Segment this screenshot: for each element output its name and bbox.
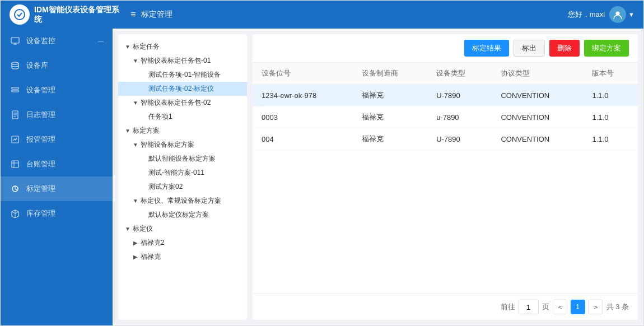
sidebar-label-calibration-management: 标定管理 (26, 184, 104, 194)
sidebar-item-device-library[interactable]: 设备库 (1, 53, 113, 78)
tree-node-t15[interactable]: ▶ 福禄克2 (118, 236, 247, 250)
dropdown-arrow[interactable]: ▼ (628, 11, 634, 18)
tree-node-t9[interactable]: ▶ 默认智能设备标定方案 (118, 152, 247, 166)
svg-point-3 (12, 62, 18, 64)
tree-toggle-t8[interactable]: ▼ (132, 141, 139, 149)
btn-delete[interactable]: 删除 (549, 40, 580, 57)
sidebar-label-device-management: 设备管理 (26, 85, 104, 95)
sidebar-label-inventory-management: 库存管理 (26, 208, 104, 218)
data-table: 设备位号 设备制造商 设备类型 协议类型 版本号 1234-ewr-ok-978… (253, 63, 638, 150)
tree-toggle-t7[interactable]: ▼ (124, 127, 132, 135)
tree-node-t8[interactable]: ▼ 智能设备标定方案 (118, 138, 247, 152)
prev-page-button[interactable]: ＜ (553, 300, 567, 314)
header-title: 标定管理 (141, 10, 172, 20)
table-row[interactable]: 1234-ewr-ok-978 福禄克 U-7890 CONVENTION 1.… (253, 85, 638, 106)
tree-node-t4[interactable]: ▶ 测试任务项-02-标定仪 (118, 82, 247, 96)
next-page-button[interactable]: ＞ (589, 300, 603, 314)
logo-area: IDM智能仪表设备管理系统 (10, 4, 122, 25)
btn-export[interactable]: 标出 (514, 40, 545, 57)
inventory-icon (10, 208, 21, 219)
tree-node-t1[interactable]: ▼ 标定任务 (118, 40, 247, 54)
sidebar-item-table-management[interactable]: 台账管理 (1, 152, 113, 176)
btn-scheme[interactable]: 绑定方案 (584, 40, 629, 57)
tree-node-t16[interactable]: ▶ 福禄克 (118, 250, 247, 264)
sidebar-item-report-management[interactable]: 报管管理 (1, 127, 113, 152)
cell-version: 1.1.0 (583, 85, 638, 106)
pagination: 前往 页 ＜ 1 ＞ 共 3 条 (253, 294, 638, 320)
table-container: 设备位号 设备制造商 设备类型 协议类型 版本号 1234-ewr-ok-978… (253, 63, 638, 294)
tree-toggle-t14[interactable]: ▼ (124, 225, 132, 233)
sidebar-item-device-management[interactable]: 设备管理 (1, 78, 113, 103)
tree-label-t1: 标定任务 (133, 42, 241, 52)
cell-manufacturer: 福禄克 (353, 128, 427, 150)
sidebar-item-device-monitor[interactable]: 设备监控 — (1, 29, 113, 53)
btn-result[interactable]: 标定结果 (464, 40, 509, 57)
sidebar-item-calibration-management[interactable]: 标定管理 (1, 176, 113, 201)
tree-label-t9: 默认智能设备标定方案 (148, 154, 241, 164)
tree-node-t2[interactable]: ▼ 智能仪表标定任务包-01 (118, 54, 247, 68)
tree-toggle-t5[interactable]: ▼ (132, 99, 139, 107)
col-header-manufacturer: 设备制造商 (353, 63, 427, 85)
tree-node-t7[interactable]: ▼ 标定方案 (118, 124, 247, 138)
cell-protocol: CONVENTION (492, 128, 583, 150)
tree-toggle-t1[interactable]: ▼ (124, 43, 132, 51)
tree-label-t2: 智能仪表标定任务包-01 (141, 56, 241, 66)
cell-type: u-7890 (427, 106, 492, 128)
tree-node-t10[interactable]: ▶ 测试-智能方案-011 (118, 166, 247, 180)
tree-node-t6[interactable]: ▶ 任务项1 (118, 110, 247, 124)
app-container: IDM智能仪表设备管理系统 ≡ 标定管理 您好，maxl ▼ (0, 0, 644, 326)
tree-toggle-t15[interactable]: ▶ (132, 239, 139, 247)
cell-tag: 1234-ewr-ok-978 (253, 85, 353, 106)
cell-manufacturer: 福禄克 (353, 85, 427, 106)
logo-text: IDM智能仪表设备管理系统 (34, 5, 122, 24)
pagination-total: 共 3 条 (606, 302, 629, 312)
page-input[interactable] (519, 300, 539, 314)
menu-icon[interactable]: ≡ (130, 10, 136, 20)
tree-node-t14[interactable]: ▼ 标定仪 (118, 222, 247, 236)
top-header: IDM智能仪表设备管理系统 ≡ 标定管理 您好，maxl ▼ (1, 1, 643, 29)
tree-toggle-t16[interactable]: ▶ (132, 253, 139, 261)
sidebar-arrow-device-monitor: — (98, 38, 104, 44)
tree-node-t3[interactable]: ▶ 测试任务项-01-智能设备 (118, 68, 247, 82)
tree-label-t12: 标定仪、常规设备标定方案 (141, 196, 241, 206)
database-icon (10, 60, 21, 71)
tree-label-t15: 福禄克2 (141, 238, 241, 248)
col-header-type: 设备类型 (427, 63, 492, 85)
page-1-button[interactable]: 1 (571, 300, 585, 314)
tree-label-t4: 测试任务项-02-标定仪 (148, 84, 241, 94)
tree-label-t16: 福禄克 (141, 252, 241, 262)
monitor-icon (10, 35, 21, 46)
cell-manufacturer: 福禄克 (353, 106, 427, 128)
sidebar-label-table-management: 台账管理 (26, 159, 104, 169)
calibration-icon (10, 183, 21, 194)
cell-version: 1.1.0 (583, 128, 638, 150)
pagination-prefix: 前往 (501, 302, 515, 312)
sidebar-item-inventory-management[interactable]: 库存管理 (1, 201, 113, 226)
tree-node-t5[interactable]: ▼ 智能仪表标定任务包-02 (118, 96, 247, 110)
header-right: 您好，maxl ▼ (568, 6, 634, 23)
cell-tag: 004 (253, 128, 353, 150)
tree-node-t13[interactable]: ▶ 默认标定仪标定方案 (118, 208, 247, 222)
sidebar-label-device-library: 设备库 (26, 60, 104, 71)
cell-type: U-7890 (427, 85, 492, 106)
sidebar-item-log-management[interactable]: 日志管理 (1, 103, 113, 127)
col-header-version: 版本号 (583, 63, 638, 85)
tree-toggle-t2[interactable]: ▼ (132, 57, 139, 65)
avatar[interactable] (609, 6, 626, 23)
tree-node-t12[interactable]: ▼ 标定仪、常规设备标定方案 (118, 194, 247, 208)
header-middle: ≡ 标定管理 (122, 10, 568, 20)
svg-rect-4 (12, 87, 18, 89)
tree-node-t11[interactable]: ▶ 测试方案02 (118, 180, 247, 194)
tree-label-t13: 默认标定仪标定方案 (148, 210, 241, 220)
table-row[interactable]: 0003 福禄克 u-7890 CONVENTION 1.1.0 (253, 106, 638, 128)
tree-label-t8: 智能设备标定方案 (141, 140, 241, 150)
cell-protocol: CONVENTION (492, 85, 583, 106)
svg-rect-5 (12, 90, 18, 92)
col-header-protocol: 协议类型 (492, 63, 583, 85)
pagination-suffix: 页 (542, 302, 549, 312)
data-panel: 标定结果 标出 删除 绑定方案 设备位号 设备制造商 设备类型 协议类型 (253, 34, 638, 320)
tree-label-t14: 标定仪 (133, 224, 241, 234)
cell-type: U-7890 (427, 128, 492, 150)
table-row[interactable]: 004 福禄克 U-7890 CONVENTION 1.1.0 (253, 128, 638, 150)
tree-toggle-t12[interactable]: ▼ (132, 197, 139, 205)
